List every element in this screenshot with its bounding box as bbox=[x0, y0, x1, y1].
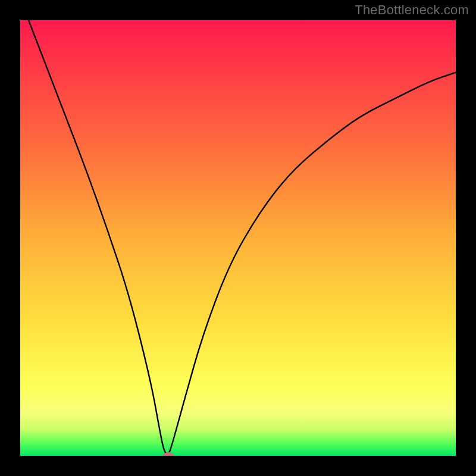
plot-area bbox=[20, 20, 456, 456]
minimum-marker bbox=[163, 452, 174, 456]
bottleneck-curve bbox=[20, 20, 456, 456]
watermark-text: TheBottleneck.com bbox=[355, 2, 469, 18]
chart-frame: TheBottleneck.com bbox=[0, 0, 476, 476]
